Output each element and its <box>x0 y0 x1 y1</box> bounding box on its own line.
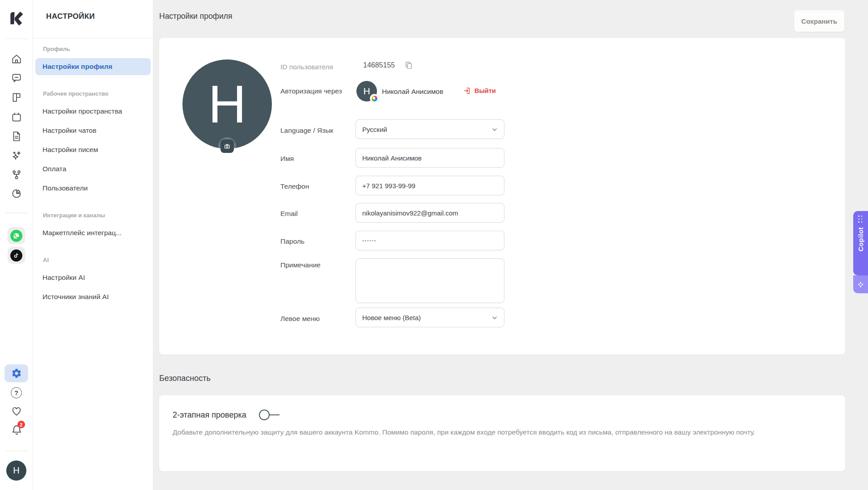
left-menu-label: Левое меню <box>280 314 350 324</box>
copy-id-icon[interactable] <box>404 61 413 70</box>
rail-divider-mid <box>5 213 28 213</box>
security-card: 2-этапная проверка Добавьте дополнительн… <box>159 395 845 471</box>
notifications-bell-icon[interactable]: 2 <box>11 424 23 436</box>
note-textarea[interactable] <box>356 258 504 303</box>
favorites-heart-icon[interactable] <box>11 406 22 417</box>
left-menu-select[interactable]: Новое меню (Beta) <box>356 308 504 327</box>
auth-via-label: Авторизация через <box>280 86 350 96</box>
copilot-sparkle-button[interactable] <box>853 275 868 293</box>
copilot-tab[interactable]: Copilot <box>853 211 868 275</box>
language-label: Language / Язык <box>280 126 350 135</box>
auth-account-avatar: Н <box>356 81 377 101</box>
rail-divider-bottom <box>5 451 28 451</box>
user-avatar[interactable]: Н <box>6 460 26 481</box>
sidebar-item-marketplace[interactable]: Маркетплейс интеграц... <box>35 224 151 241</box>
logout-link[interactable]: Выйти <box>463 87 496 95</box>
profile-card: Н ID пользователя 14685155 Авторизация ч… <box>159 38 845 355</box>
sidebar-item-workspace-settings[interactable]: Настройки пространства <box>35 103 151 120</box>
nav-chats-icon[interactable] <box>11 72 22 84</box>
phone-input[interactable] <box>356 176 504 195</box>
settings-gear-icon[interactable] <box>4 364 28 382</box>
app-root: ? 2 Н НАСТРОЙКИ Профиль Настройки профил… <box>0 0 868 490</box>
save-button[interactable]: Сохранить <box>794 10 844 32</box>
language-select-value: Русский <box>362 126 387 133</box>
chevron-down-icon <box>491 126 498 133</box>
name-label: Имя <box>280 154 350 164</box>
nav-home-icon[interactable] <box>11 53 22 65</box>
section-label-integrations: Интеграции и каналы <box>43 212 143 219</box>
sidebar-item-email-settings[interactable]: Настройки писем <box>35 141 151 158</box>
name-input[interactable] <box>356 148 504 168</box>
tiktok-channel-icon[interactable] <box>8 247 25 264</box>
toggle-knob <box>259 410 270 420</box>
sparkle-icon <box>857 281 864 288</box>
nav-pipeline-icon[interactable] <box>11 92 22 103</box>
email-input[interactable] <box>356 203 504 223</box>
logout-icon <box>463 87 471 95</box>
user-id-value: 14685155 <box>363 61 395 69</box>
password-label: Пароль <box>280 237 350 246</box>
sidebar-item-ai-settings[interactable]: Настройки AI <box>35 269 151 286</box>
left-menu-select-value: Новое меню (Beta) <box>362 314 421 321</box>
note-label: Примечание <box>280 260 350 270</box>
sidebar-item-ai-knowledge[interactable]: Источники знаний AI <box>35 288 151 305</box>
settings-sidebar: НАСТРОЙКИ Профиль Настройки профиля Рабо… <box>33 0 153 490</box>
section-label-profile: Профиль <box>43 46 143 52</box>
chevron-down-icon <box>491 314 498 321</box>
nav-calendar-icon[interactable] <box>11 111 22 123</box>
icon-rail: ? 2 Н <box>0 0 33 490</box>
rail-divider-top <box>5 38 28 39</box>
logout-label: Выйти <box>474 87 496 94</box>
profile-avatar: Н <box>182 59 272 149</box>
sidebar-item-profile-settings[interactable]: Настройки профиля <box>35 58 151 75</box>
two-factor-toggle[interactable] <box>259 410 279 420</box>
section-label-workspace: Рабочее пространство <box>43 90 143 97</box>
password-input[interactable] <box>356 231 504 250</box>
sidebar-item-billing[interactable]: Оплата <box>35 161 151 177</box>
email-label: Email <box>280 209 350 219</box>
sidebar-title: НАСТРОЙКИ <box>46 12 153 21</box>
phone-label: Телефон <box>280 182 350 191</box>
whatsapp-channel-icon[interactable] <box>8 227 25 244</box>
sidebar-header: НАСТРОЙКИ <box>33 0 153 38</box>
nav-documents-icon[interactable] <box>11 131 22 142</box>
two-factor-title: 2-этапная проверка <box>173 410 246 420</box>
section-label-ai: AI <box>43 257 143 263</box>
user-id-label: ID пользователя <box>280 62 350 72</box>
sidebar-item-users[interactable]: Пользователи <box>35 180 151 197</box>
auth-account-name: Николай Анисимов <box>382 88 443 96</box>
sidebar-nav: Профиль Настройки профиля Рабочее простр… <box>33 46 153 305</box>
nav-ai-sparkles-icon[interactable] <box>11 150 22 161</box>
nav-stats-icon[interactable] <box>11 188 22 199</box>
nav-integrations-icon[interactable] <box>11 169 22 181</box>
toggle-rail <box>270 414 279 415</box>
page-title: Настройки профиля <box>159 12 232 21</box>
help-icon[interactable]: ? <box>11 387 22 398</box>
google-logo-icon <box>370 94 379 103</box>
auth-avatar-initial: Н <box>363 86 370 97</box>
security-heading: Безопасность <box>159 374 211 383</box>
avatar-upload-camera-icon[interactable] <box>218 137 236 155</box>
kommo-logo-icon[interactable] <box>6 6 26 27</box>
two-factor-description: Добавьте дополнительную защиту для вашег… <box>173 426 834 439</box>
language-select[interactable]: Русский <box>356 119 504 139</box>
sidebar-item-chat-settings[interactable]: Настройки чатов <box>35 122 151 139</box>
notifications-badge: 2 <box>17 421 25 428</box>
drag-handle-icon[interactable] <box>858 215 863 223</box>
copilot-label: Copilot <box>857 227 864 251</box>
